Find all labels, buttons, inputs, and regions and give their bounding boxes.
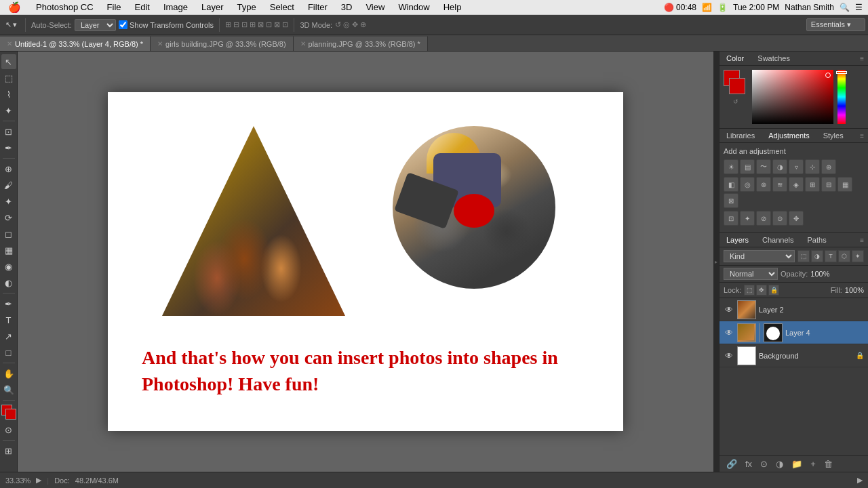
menu-file[interactable]: File <box>100 0 128 15</box>
apple-logo-icon[interactable]: 🍎 <box>0 1 29 14</box>
tab-close-1[interactable]: ✕ <box>7 40 12 47</box>
color-panel-close[interactable]: ≡ <box>856 52 868 65</box>
tab-planning[interactable]: ✕ planning.JPG @ 33.3% (RGB/8) * <box>294 36 428 51</box>
hand-tool[interactable]: ✋ <box>1 366 16 381</box>
invert-btn[interactable]: ◈ <box>789 177 804 192</box>
lock-position-icon[interactable]: ✥ <box>756 285 767 296</box>
adj-extra-2[interactable]: ✦ <box>740 211 755 226</box>
menu-extra-icon[interactable]: ☰ <box>855 3 863 12</box>
lock-all-icon[interactable]: 🔒 <box>768 285 779 296</box>
layer2-visibility-toggle[interactable]: 👁 <box>724 304 734 315</box>
hsl-btn[interactable]: ⊹ <box>805 159 820 174</box>
background-color-swatch[interactable] <box>729 78 745 94</box>
smart-filter-icon[interactable]: ✦ <box>852 250 864 262</box>
move-tool[interactable]: ↖ <box>1 54 16 69</box>
eraser-tool[interactable]: ◻ <box>1 226 16 241</box>
clone-stamp-tool[interactable]: ✦ <box>1 194 16 209</box>
adjustment-filter-icon[interactable]: ◑ <box>811 250 823 262</box>
brightness-contrast-btn[interactable]: ☀ <box>724 159 738 174</box>
pen-tool[interactable]: ✒ <box>1 296 16 311</box>
blend-mode-dropdown[interactable]: Normal Multiply Screen Overlay <box>724 268 778 280</box>
lock-pixels-icon[interactable]: ⬚ <box>744 285 755 296</box>
foreground-color-swatch[interactable] <box>1 405 16 420</box>
libraries-tab[interactable]: Libraries <box>719 129 762 142</box>
styles-tab[interactable]: Styles <box>816 129 850 142</box>
exposure-btn[interactable]: ◑ <box>772 159 787 174</box>
menu-image[interactable]: Image <box>157 0 195 15</box>
type-tool[interactable]: T <box>1 312 16 327</box>
tab-close-3[interactable]: ✕ <box>300 40 306 47</box>
menu-view[interactable]: View <box>359 0 391 15</box>
shape-filter-icon[interactable]: ⬡ <box>838 250 850 262</box>
opacity-value[interactable]: 100% <box>810 270 829 278</box>
bw-btn[interactable]: ◧ <box>724 177 738 192</box>
selection-tool[interactable]: ⬚ <box>1 70 16 85</box>
screen-mode-tool[interactable]: ⊞ <box>1 443 16 458</box>
channel-mixer-btn[interactable]: ⊛ <box>756 177 771 192</box>
link-layers-btn[interactable]: 🔗 <box>724 459 740 469</box>
menu-help[interactable]: Help <box>437 0 469 15</box>
essentials-dropdown[interactable]: Essentials ▾ <box>806 18 865 31</box>
layer-item-layer4[interactable]: 👁 Layer 4 <box>719 321 868 344</box>
menu-window[interactable]: Window <box>391 0 436 15</box>
menu-select[interactable]: Select <box>263 0 301 15</box>
levels-btn[interactable]: ▤ <box>740 159 755 174</box>
adjustments-panel-close[interactable]: ≡ <box>856 129 868 142</box>
dodge-tool[interactable]: ◐ <box>1 275 16 290</box>
lasso-tool[interactable]: ⌇ <box>1 87 16 102</box>
auto-select-dropdown[interactable]: Layer Group <box>75 19 116 31</box>
layers-panel-close[interactable]: ≡ <box>856 234 868 247</box>
delete-layer-btn[interactable]: 🗑 <box>821 459 835 469</box>
new-group-btn[interactable]: 📁 <box>789 459 805 469</box>
show-transform-checkbox[interactable] <box>119 20 127 29</box>
right-panel-collapse[interactable]: ▸ <box>713 52 719 472</box>
gradient-map-btn[interactable]: ▦ <box>837 177 852 192</box>
expand-icon[interactable]: ▶ <box>36 476 41 485</box>
color-lookup-btn[interactable]: ≋ <box>772 177 787 192</box>
tab-close-2[interactable]: ✕ <box>157 40 163 47</box>
menu-3d[interactable]: 3D <box>334 0 359 15</box>
canvas-area[interactable]: And that's how you can insert photos int… <box>18 52 713 472</box>
color-balance-btn[interactable]: ⊕ <box>821 159 836 174</box>
tab-girls-building[interactable]: ✕ girls building.JPG @ 33.3% (RGB/8) <box>151 36 293 51</box>
gradient-tool[interactable]: ▦ <box>1 243 16 258</box>
fill-value[interactable]: 100% <box>845 286 864 294</box>
menu-layer[interactable]: Layer <box>195 0 231 15</box>
curves-btn[interactable]: 〜 <box>756 159 771 174</box>
menu-type[interactable]: Type <box>231 0 263 15</box>
layer4-visibility-toggle[interactable]: 👁 <box>724 327 734 338</box>
selective-color-btn[interactable]: ⊠ <box>724 193 738 208</box>
crop-tool[interactable]: ⊡ <box>1 124 16 139</box>
shape-tool[interactable]: □ <box>1 345 16 360</box>
search-icon[interactable]: 🔍 <box>840 3 850 12</box>
right-arrow-icon[interactable]: ▶ <box>857 476 863 485</box>
layer-filter-dropdown[interactable]: Kind Name Effect <box>724 250 795 262</box>
zoom-tool[interactable]: 🔍 <box>1 382 16 397</box>
threshold-btn[interactable]: ⊟ <box>821 177 836 192</box>
adj-extra-5[interactable]: ✥ <box>789 211 804 226</box>
color-gradient[interactable] <box>752 70 833 124</box>
adj-extra-1[interactable]: ⊡ <box>724 211 738 226</box>
color-gradient-area[interactable] <box>752 70 833 124</box>
pixel-filter-icon[interactable]: ⬚ <box>797 250 810 262</box>
type-filter-icon[interactable]: T <box>825 250 837 262</box>
channels-tab[interactable]: Channels <box>755 233 800 247</box>
adj-extra-3[interactable]: ⊘ <box>756 211 771 226</box>
quick-mask-tool[interactable]: ⊙ <box>1 422 16 437</box>
eyedropper-tool[interactable]: ✒ <box>1 140 16 155</box>
photo-filter-btn[interactable]: ◎ <box>740 177 755 192</box>
brush-tool[interactable]: 🖌 <box>1 178 16 192</box>
menu-edit[interactable]: Edit <box>128 0 157 15</box>
color-tab[interactable]: Color <box>719 52 751 65</box>
tab-untitled-1[interactable]: ✕ Untitled-1 @ 33.3% (Layer 4, RGB/8) * <box>0 36 151 51</box>
layer-item-layer2[interactable]: 👁 Layer 2 <box>719 298 868 321</box>
vibrance-btn[interactable]: ▿ <box>789 159 804 174</box>
add-mask-btn[interactable]: ⊙ <box>757 459 770 469</box>
layer4-mask-thumbnail[interactable] <box>764 323 783 342</box>
adjustments-tab[interactable]: Adjustments <box>762 129 816 142</box>
layers-tab[interactable]: Layers <box>719 233 755 247</box>
reset-icon[interactable]: ↺ <box>733 98 738 105</box>
menu-filter[interactable]: Filter <box>301 0 334 15</box>
adj-extra-4[interactable]: ⊙ <box>772 211 787 226</box>
layer-item-background[interactable]: 👁 Background 🔒 <box>719 344 868 367</box>
